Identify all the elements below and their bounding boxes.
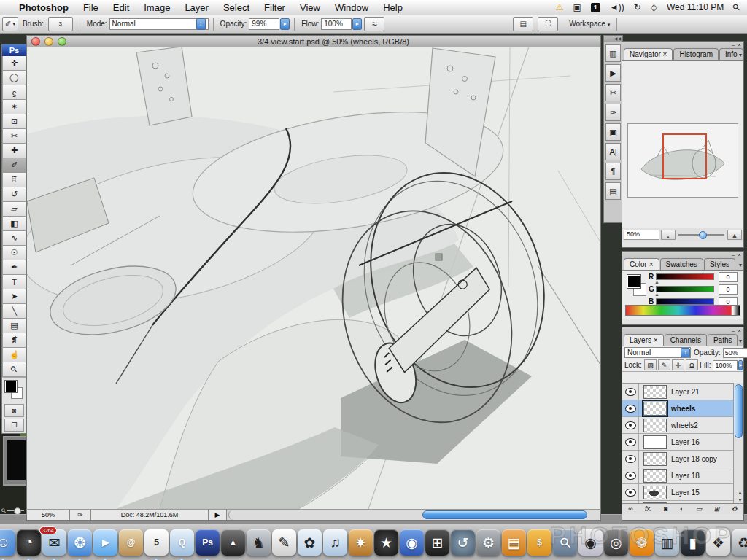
background-video-window[interactable] bbox=[3, 436, 28, 486]
layer-name[interactable]: wheels bbox=[671, 405, 695, 413]
scroll-down-icon[interactable]: ▼ bbox=[738, 497, 743, 502]
lock-button[interactable]: Ω bbox=[686, 359, 698, 370]
panel-tab[interactable]: Navigator × bbox=[624, 48, 673, 60]
layers-footer-icon[interactable]: ∞ bbox=[628, 505, 632, 513]
layer-opacity-field[interactable]: 50% bbox=[723, 348, 747, 358]
panel-tab[interactable]: Channels bbox=[665, 334, 707, 346]
layers-footer-icon[interactable]: fx. bbox=[645, 505, 652, 513]
brush-preset-picker[interactable]: 3 bbox=[48, 17, 73, 31]
visibility-toggle[interactable] bbox=[622, 400, 639, 416]
menu-item[interactable]: Layer bbox=[185, 2, 209, 13]
panel-menu-icon[interactable]: ▾ bbox=[739, 262, 742, 268]
lock-button[interactable]: ▨ bbox=[644, 359, 657, 370]
tool-preset-picker[interactable]: ✐ ▾ bbox=[2, 17, 18, 31]
layers-footer-icon[interactable]: ◐ bbox=[680, 505, 684, 513]
menu-item[interactable]: View bbox=[300, 2, 320, 13]
blend-mode-select[interactable]: Normal ↕ bbox=[109, 18, 209, 30]
visibility-toggle[interactable] bbox=[622, 467, 639, 483]
close-icon[interactable]: × bbox=[738, 252, 741, 258]
menu-item[interactable]: File bbox=[83, 2, 98, 13]
layer-name[interactable]: Layer 18 copy bbox=[671, 455, 717, 463]
dock-icon[interactable]: ✿ bbox=[298, 529, 322, 556]
layers-scrollbar-thumb[interactable] bbox=[735, 384, 743, 438]
flow-field[interactable]: 100% bbox=[321, 18, 352, 30]
dock-icon[interactable]: ▮ bbox=[681, 529, 705, 556]
close-icon[interactable]: × bbox=[738, 327, 741, 334]
layer-name[interactable]: Layer 15 bbox=[671, 489, 700, 497]
dock-icon[interactable]: ✷ bbox=[349, 529, 373, 556]
visibility-toggle[interactable] bbox=[622, 484, 639, 500]
tool-button[interactable]: ➤ bbox=[2, 289, 26, 304]
menu-item[interactable]: Window bbox=[335, 2, 368, 13]
layer-row[interactable]: wheels bbox=[622, 400, 734, 417]
zoom-button[interactable] bbox=[58, 37, 66, 46]
menubar-status-icon[interactable]: ◇ bbox=[651, 2, 657, 12]
menubar-clock[interactable]: Wed 11:10 PM bbox=[667, 2, 724, 12]
palette-well-icon[interactable]: ▥ bbox=[605, 44, 621, 62]
tool-button[interactable]: ▱ bbox=[2, 202, 26, 217]
layer-name[interactable]: Layer 18 bbox=[671, 472, 700, 480]
workspace-menu[interactable]: Workspace ▾ bbox=[569, 20, 610, 28]
tool-button[interactable]: ✒ bbox=[2, 260, 26, 275]
document-titlebar[interactable]: 3/4.view.start.psd @ 50% (wheels, RGB/8) bbox=[26, 35, 601, 47]
menubar-status-icon[interactable]: ▣ bbox=[573, 2, 581, 12]
panel-menu-icon[interactable]: ▾ bbox=[739, 52, 742, 58]
dock-icon[interactable]: Q bbox=[170, 529, 194, 556]
dock-icon[interactable]: ☺ bbox=[0, 529, 15, 556]
layer-row[interactable]: Layer 18 bbox=[622, 467, 734, 484]
layer-fill-field[interactable]: 100% bbox=[713, 360, 738, 370]
palette-well-icon[interactable]: ¶ bbox=[605, 163, 621, 180]
status-icon[interactable]: ✑ bbox=[70, 510, 91, 520]
dock-icon[interactable]: ◔ bbox=[17, 529, 41, 556]
dock-icon[interactable]: ❁ bbox=[630, 529, 654, 556]
dock-icon[interactable]: @ bbox=[119, 529, 143, 556]
bridge-button[interactable]: ⛶ bbox=[538, 17, 558, 31]
tool-button[interactable]: ◧ bbox=[2, 217, 26, 231]
quick-mask-button[interactable]: ◙ bbox=[4, 404, 24, 417]
foreground-color-chip[interactable] bbox=[4, 380, 18, 393]
dock-icon[interactable]: ▶ bbox=[93, 529, 117, 556]
tool-button[interactable]: ◯ bbox=[2, 71, 26, 85]
dock-icon[interactable]: ✎ bbox=[272, 529, 296, 556]
panel-tab[interactable]: Color × bbox=[624, 258, 659, 270]
navigator-proxy-rect[interactable] bbox=[662, 133, 707, 179]
airbrush-toggle[interactable]: ≈ bbox=[364, 17, 384, 31]
layer-row[interactable]: Layer 18 copy bbox=[622, 451, 734, 467]
palette-well-icon[interactable]: ▤ bbox=[605, 182, 621, 200]
close-button[interactable] bbox=[31, 37, 40, 46]
channel-slider[interactable]: ▲ bbox=[656, 273, 714, 280]
dock-icon[interactable]: ✉ 3264 bbox=[42, 529, 66, 556]
dock-icon[interactable]: ◉ bbox=[578, 529, 603, 556]
menu-item[interactable]: Filter bbox=[264, 2, 285, 13]
tool-button[interactable]: ✂ bbox=[2, 129, 26, 144]
layer-thumbnail[interactable] bbox=[643, 452, 667, 466]
dock-icon[interactable]: ◎ bbox=[604, 529, 628, 556]
visibility-toggle[interactable] bbox=[622, 417, 639, 433]
close-icon[interactable]: × bbox=[738, 42, 741, 48]
foreground-swatch[interactable] bbox=[627, 274, 641, 289]
panel-tab[interactable]: Layers × bbox=[624, 334, 664, 346]
zoom-percent-field[interactable]: 50% bbox=[27, 510, 70, 520]
channel-value-field[interactable]: 0 bbox=[719, 284, 738, 295]
channel-slider[interactable]: ▲ bbox=[656, 298, 714, 305]
panel-menu-icon[interactable]: ▾ bbox=[739, 338, 742, 344]
menu-item[interactable]: Edit bbox=[113, 2, 129, 13]
minimize-icon[interactable]: – bbox=[732, 252, 735, 258]
tool-button[interactable]: ϛ bbox=[2, 85, 26, 100]
lock-button[interactable]: ✎ bbox=[658, 359, 670, 370]
minimize-icon[interactable]: – bbox=[732, 327, 735, 334]
dock-icon[interactable]: ♞ bbox=[247, 529, 271, 556]
panel-tab[interactable]: Styles bbox=[704, 258, 735, 270]
screen-mode-button[interactable]: ❐ bbox=[4, 419, 24, 432]
tool-button[interactable]: ☝ bbox=[2, 348, 26, 362]
slider-pointer-icon[interactable]: ▲ bbox=[654, 279, 659, 284]
app-menu[interactable]: Photoshop bbox=[19, 2, 69, 13]
dock-icon[interactable]: $ bbox=[527, 529, 551, 556]
menubar-status-icon[interactable]: ◄)) bbox=[610, 2, 624, 12]
layer-row[interactable]: Layer 15 bbox=[622, 484, 734, 501]
layer-name[interactable]: Layer 16 bbox=[671, 438, 700, 446]
layers-scrollbar[interactable]: ▲ ▼ bbox=[733, 383, 743, 504]
horizontal-scrollbar[interactable] bbox=[228, 510, 600, 520]
layer-blend-mode-select[interactable]: Normal ↕ bbox=[624, 347, 691, 358]
tool-button[interactable]: ⊡ bbox=[2, 114, 26, 129]
